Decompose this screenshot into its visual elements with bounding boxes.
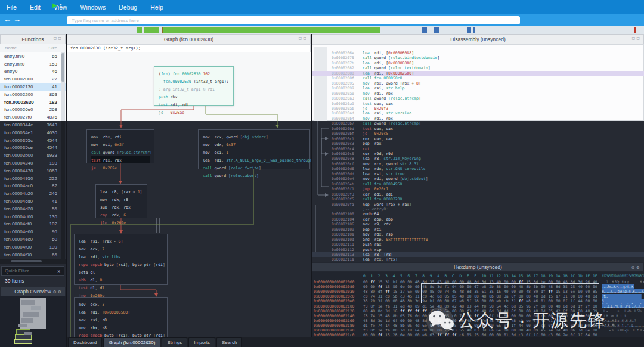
disasm-line[interactable]: 0x000020d6lea rdx, str.GNU_coreutils — [312, 166, 644, 171]
function-row[interactable]: fcn.00003b006933 — [0, 151, 66, 159]
disasm-line[interactable]: 0x000020fanop word [rax + rax] — [312, 202, 644, 207]
function-row[interactable]: fcn.00002200863 — [0, 91, 66, 98]
hex-row[interactable]: 0x00000000000020c0c07431c05bc34531c94c8d… — [312, 294, 644, 299]
address-space-bar[interactable] — [0, 26, 644, 35]
chevron-down-icon[interactable]: ▾ — [60, 2, 62, 7]
disasm-line[interactable]: 0x0000207blea rdi, [0x00006088] — [312, 61, 644, 66]
function-row[interactable]: fcn.000034e14630 — [0, 129, 66, 137]
back-arrow-icon[interactable]: ← — [4, 15, 11, 24]
disasm-line[interactable]: 0x000020c1xor eax, eax — [312, 137, 644, 141]
disasm-line[interactable]: ;-- entry0: — [312, 207, 644, 212]
graph-node-n6[interactable]: mov ecx, 3lea rdi, [0x00006580]mov rsi, … — [74, 297, 168, 337]
memory-segment[interactable] — [162, 27, 163, 33]
functions-list[interactable]: entry.fini065entry.init0153entry046fcn.0… — [0, 52, 66, 259]
disasm-line[interactable]: 0x000020cfmov rcx, qword str.8.31 — [312, 162, 644, 166]
disasm-line[interactable]: 0x000020ddlea rsi, str.true — [312, 172, 644, 176]
hex-row[interactable]: 0x00000000000020a04889dfff15a76e000085c0… — [312, 289, 644, 294]
function-row[interactable]: fcn.000026e0268 — [0, 106, 66, 114]
disasm-line[interactable]: 0x00002104xor ebp, ebp — [312, 217, 644, 222]
function-row[interactable]: fcn.00004950222 — [0, 175, 66, 182]
memory-segment[interactable] — [422, 27, 427, 33]
disasm-line[interactable]: 0x000020bdtest eax, eax — [312, 126, 644, 131]
disasm-line[interactable]: 0x00002088lea rdi, [0x00002580] — [312, 71, 644, 76]
disasm-line[interactable]: 0x0000210dand rsp, 0xfffffffffffffff0 — [312, 237, 644, 242]
memory-segment[interactable] — [473, 27, 475, 33]
search-input[interactable] — [67, 16, 520, 24]
disasm-line[interactable]: 0x00002075call qword [reloc.bindtextdoma… — [312, 55, 644, 60]
menu-item-file[interactable]: File — [0, 0, 23, 14]
disasm-line[interactable]: 0x00002112push rsp — [312, 247, 644, 252]
memory-segment[interactable] — [137, 27, 142, 33]
function-row[interactable]: fcn.0000355c4544 — [0, 137, 66, 144]
disasm-line[interactable]: 0x000020c8lea r8, str.Jim_Meyering — [312, 156, 644, 161]
function-row[interactable]: fcn.000027f04876 — [0, 113, 66, 121]
gear-icon[interactable]: ⚙⚙ — [631, 265, 641, 270]
hex-row[interactable]: 0x00000000000020800000ff15506e0000488d3d… — [312, 284, 644, 289]
function-row[interactable]: fcn.00004b20246 — [0, 190, 66, 197]
function-row[interactable]: fcn.00004ec060 — [0, 236, 66, 243]
function-row[interactable]: fcn.000044701063 — [0, 167, 66, 175]
disasm-view[interactable]: 0x0000206elea rdi, [0x00006088]0x0000207… — [312, 44, 644, 262]
disasm-line[interactable]: 0x000020f1jmp 0x20c1 — [312, 187, 644, 191]
disasm-line[interactable]: 0x00002082call qword [reloc.textdomain] — [312, 66, 644, 70]
clear-filter-icon[interactable]: x — [54, 268, 64, 274]
disasm-line[interactable]: 0x000020f5call fcn.00002200 — [312, 197, 644, 202]
disasm-line[interactable]: 0x000020b7call qword [reloc.strcmp] — [312, 121, 644, 126]
menu-item-debug[interactable]: Debug — [112, 0, 144, 14]
function-row[interactable]: entry.init0153 — [0, 60, 66, 68]
quick-filter-box[interactable]: x — [1, 266, 64, 276]
functions-scrollbar-dark[interactable] — [61, 121, 65, 259]
tab-search[interactable]: Search — [216, 337, 242, 347]
gear-icon[interactable]: ⚙⚙ — [52, 290, 63, 295]
function-row[interactable]: fcn.00004240193 — [0, 159, 66, 167]
menu-item-windows[interactable]: Windows — [74, 0, 113, 14]
function-row[interactable]: fcn.0000200027 — [0, 75, 66, 83]
tab-imports[interactable]: Imports — [188, 337, 215, 347]
memory-segment[interactable] — [144, 27, 159, 33]
disasm-line[interactable]: 0x000020f3xor edi, edi — [312, 192, 644, 197]
function-row[interactable]: fcn.0000344e3643 — [0, 121, 66, 129]
memory-segment[interactable] — [434, 27, 439, 33]
function-row[interactable]: fcn.00004d60136 — [0, 213, 66, 221]
disasm-line[interactable]: 0x0000210amov rdx, rsp — [312, 232, 644, 237]
disasm-line[interactable]: 0x00002111push rax — [312, 242, 644, 247]
disasm-line[interactable]: 0x000020bfje 0x20c5 — [312, 131, 644, 136]
disasm-line[interactable]: 0x00002109pop rsi — [312, 227, 644, 232]
disasm-line[interactable]: 0x0000211alea rcx, [rcx] — [312, 257, 644, 262]
panel-options-icon[interactable]: ◻◻ — [298, 36, 308, 41]
graph-node-n1[interactable]: (fcn) fcn.00002630 162 fcn.00002630 (int… — [154, 66, 234, 106]
disasm-line[interactable]: 0x000020c5xor r9d, r9d — [312, 151, 644, 156]
disasm-line[interactable]: 0x00002095mov rbx, qword [rbx + 8] — [312, 81, 644, 86]
menu-item-edit[interactable]: Edit — [23, 0, 47, 14]
functions-scrollbar[interactable] — [61, 52, 65, 121]
tab-strings[interactable]: Strings — [162, 337, 187, 347]
disasm-line[interactable]: 0x000020a3call qword [reloc.strcmp] — [312, 96, 644, 101]
forward-arrow-icon[interactable]: → — [13, 15, 21, 24]
graph-node-n3[interactable]: mov rcx, qword [obj.stderr]mov edx, 0x37… — [198, 129, 310, 169]
memory-segment[interactable] — [467, 27, 471, 33]
disasm-line[interactable]: 0x00002099lea rsi, str.help — [312, 86, 644, 91]
graph-canvas[interactable]: (fcn) fcn.00002630 162 fcn.00002630 (int… — [67, 52, 311, 337]
graph-node-n5[interactable]: lea rsi, [rax - 6]mov ecx, 7lea rdi, str… — [74, 234, 168, 285]
tab-dashboard[interactable]: Dashboard — [68, 337, 102, 347]
disasm-line[interactable]: 0x000020adlea rsi, str.version — [312, 111, 644, 116]
disasm-line[interactable]: 0x000020c4ret — [312, 147, 644, 151]
function-row[interactable]: fcn.000035ce4544 — [0, 144, 66, 152]
column-name[interactable]: Name — [0, 45, 48, 51]
column-size[interactable]: Size — [48, 45, 66, 51]
disasm-line[interactable]: 0x000020ebcall fcn.00004950 — [312, 182, 644, 187]
disasm-line[interactable]: 0x000020a0mov rdi, rbx — [312, 91, 644, 96]
disasm-line[interactable]: 0x000020abje 0x20f3 — [312, 106, 644, 111]
disasm-line[interactable]: 0x000020e4mov rdi, qword [obj.stdout] — [312, 176, 644, 181]
disasm-line[interactable]: 0x00002100endbr64 — [312, 212, 644, 216]
function-row[interactable]: fcn.00004ac082 — [0, 182, 66, 190]
function-row[interactable]: fcn.00004d2056 — [0, 205, 66, 213]
panel-options-icon[interactable]: ◻◻ — [53, 36, 63, 41]
panel-options-icon[interactable]: ◻◻ — [631, 36, 641, 41]
graph-overview-canvas[interactable] — [0, 296, 66, 347]
function-row[interactable]: fcn.00004df0102 — [0, 221, 66, 228]
graph-node-n4[interactable]: lea r8, [rax + 1]mov rdx, r8sub rdx, rbx… — [95, 184, 147, 218]
disasm-line[interactable]: 0x000020c3pop rbx — [312, 141, 644, 146]
function-row[interactable]: fcn.00002630162 — [0, 98, 66, 106]
function-row[interactable]: entry046 — [0, 68, 66, 76]
